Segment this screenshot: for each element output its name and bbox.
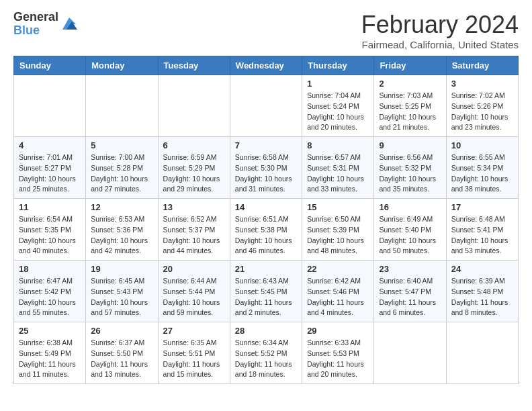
day-info: Sunrise: 6:52 AMSunset: 5:37 PMDaylight:… <box>163 214 225 257</box>
calendar-cell: 8Sunrise: 6:57 AMSunset: 5:31 PMDaylight… <box>302 137 374 199</box>
day-info: Sunrise: 6:45 AMSunset: 5:43 PMDaylight:… <box>91 276 152 318</box>
day-info: Sunrise: 6:51 AMSunset: 5:38 PMDaylight:… <box>235 214 297 257</box>
calendar-cell: 29Sunrise: 6:33 AMSunset: 5:53 PMDayligh… <box>302 322 374 384</box>
calendar-week-row: 18Sunrise: 6:47 AMSunset: 5:42 PMDayligh… <box>14 261 519 322</box>
calendar-week-row: 11Sunrise: 6:54 AMSunset: 5:35 PMDayligh… <box>14 199 519 261</box>
calendar-cell: 1Sunrise: 7:04 AMSunset: 5:24 PMDaylight… <box>302 75 374 137</box>
day-info: Sunrise: 6:56 AMSunset: 5:32 PMDaylight:… <box>379 152 441 195</box>
day-info: Sunrise: 6:43 AMSunset: 5:45 PMDaylight:… <box>235 276 297 318</box>
calendar-week-row: 1Sunrise: 7:04 AMSunset: 5:24 PMDaylight… <box>14 75 519 137</box>
day-info: Sunrise: 6:50 AMSunset: 5:39 PMDaylight:… <box>307 214 369 257</box>
day-number: 11 <box>19 202 81 212</box>
day-number: 9 <box>379 140 441 150</box>
calendar-cell: 28Sunrise: 6:34 AMSunset: 5:52 PMDayligh… <box>230 322 302 384</box>
day-number: 23 <box>379 264 441 274</box>
day-number: 1 <box>307 79 369 89</box>
day-info: Sunrise: 7:03 AMSunset: 5:25 PMDaylight:… <box>379 91 441 133</box>
day-info: Sunrise: 7:04 AMSunset: 5:24 PMDaylight:… <box>307 91 369 133</box>
day-info: Sunrise: 6:55 AMSunset: 5:34 PMDaylight:… <box>451 152 513 195</box>
calendar: SundayMondayTuesdayWednesdayThursdayFrid… <box>13 56 519 384</box>
day-info: Sunrise: 6:39 AMSunset: 5:48 PMDaylight:… <box>451 276 513 318</box>
day-number: 5 <box>91 140 152 150</box>
day-number: 28 <box>235 326 297 336</box>
calendar-week-row: 4Sunrise: 7:01 AMSunset: 5:27 PMDaylight… <box>14 137 519 199</box>
day-number: 3 <box>451 79 513 89</box>
day-number: 20 <box>163 264 225 274</box>
calendar-cell: 4Sunrise: 7:01 AMSunset: 5:27 PMDaylight… <box>14 137 86 199</box>
weekday-header: Sunday <box>14 56 86 75</box>
header: General Blue February 2024 Fairmead, Cal… <box>13 11 519 50</box>
calendar-header-row: SundayMondayTuesdayWednesdayThursdayFrid… <box>14 56 519 75</box>
day-number: 8 <box>307 140 369 150</box>
day-info: Sunrise: 6:48 AMSunset: 5:41 PMDaylight:… <box>451 214 513 257</box>
location-title: Fairmead, California, United States <box>361 39 519 50</box>
calendar-cell: 23Sunrise: 6:40 AMSunset: 5:47 PMDayligh… <box>374 261 446 322</box>
calendar-cell <box>86 75 158 137</box>
day-number: 27 <box>163 326 225 336</box>
day-info: Sunrise: 7:00 AMSunset: 5:28 PMDaylight:… <box>91 152 152 195</box>
calendar-cell: 14Sunrise: 6:51 AMSunset: 5:38 PMDayligh… <box>230 199 302 261</box>
day-info: Sunrise: 6:40 AMSunset: 5:47 PMDaylight:… <box>379 276 441 318</box>
day-number: 19 <box>91 264 152 274</box>
calendar-cell: 26Sunrise: 6:37 AMSunset: 5:50 PMDayligh… <box>86 322 158 384</box>
calendar-cell: 10Sunrise: 6:55 AMSunset: 5:34 PMDayligh… <box>446 137 518 199</box>
calendar-cell: 3Sunrise: 7:02 AMSunset: 5:26 PMDaylight… <box>446 75 518 137</box>
day-number: 13 <box>163 202 225 212</box>
day-info: Sunrise: 6:37 AMSunset: 5:50 PMDaylight:… <box>91 338 152 380</box>
logo-icon <box>60 15 79 34</box>
calendar-cell: 12Sunrise: 6:53 AMSunset: 5:36 PMDayligh… <box>86 199 158 261</box>
calendar-cell: 2Sunrise: 7:03 AMSunset: 5:25 PMDaylight… <box>374 75 446 137</box>
day-info: Sunrise: 6:59 AMSunset: 5:29 PMDaylight:… <box>163 152 225 195</box>
weekday-header: Friday <box>374 56 446 75</box>
day-number: 24 <box>451 264 513 274</box>
day-number: 14 <box>235 202 297 212</box>
calendar-cell: 13Sunrise: 6:52 AMSunset: 5:37 PMDayligh… <box>158 199 230 261</box>
calendar-cell: 19Sunrise: 6:45 AMSunset: 5:43 PMDayligh… <box>86 261 158 322</box>
calendar-cell: 6Sunrise: 6:59 AMSunset: 5:29 PMDaylight… <box>158 137 230 199</box>
day-info: Sunrise: 6:58 AMSunset: 5:30 PMDaylight:… <box>235 152 297 195</box>
day-number: 12 <box>91 202 152 212</box>
day-number: 26 <box>91 326 152 336</box>
calendar-cell <box>446 322 518 384</box>
weekday-header: Thursday <box>302 56 374 75</box>
day-info: Sunrise: 6:34 AMSunset: 5:52 PMDaylight:… <box>235 338 297 380</box>
calendar-cell: 18Sunrise: 6:47 AMSunset: 5:42 PMDayligh… <box>14 261 86 322</box>
weekday-header: Wednesday <box>230 56 302 75</box>
day-number: 2 <box>379 79 441 89</box>
calendar-cell <box>374 322 446 384</box>
day-info: Sunrise: 7:01 AMSunset: 5:27 PMDaylight:… <box>19 152 81 195</box>
calendar-cell: 17Sunrise: 6:48 AMSunset: 5:41 PMDayligh… <box>446 199 518 261</box>
day-number: 7 <box>235 140 297 150</box>
day-number: 10 <box>451 140 513 150</box>
day-number: 16 <box>379 202 441 212</box>
calendar-cell <box>158 75 230 137</box>
day-info: Sunrise: 7:02 AMSunset: 5:26 PMDaylight:… <box>451 91 513 133</box>
day-number: 21 <box>235 264 297 274</box>
day-info: Sunrise: 6:49 AMSunset: 5:40 PMDaylight:… <box>379 214 441 257</box>
day-number: 15 <box>307 202 369 212</box>
logo: General Blue <box>13 11 79 38</box>
day-info: Sunrise: 6:35 AMSunset: 5:51 PMDaylight:… <box>163 338 225 380</box>
day-info: Sunrise: 6:38 AMSunset: 5:49 PMDaylight:… <box>19 338 81 380</box>
day-number: 17 <box>451 202 513 212</box>
day-number: 25 <box>19 326 81 336</box>
calendar-cell: 20Sunrise: 6:44 AMSunset: 5:44 PMDayligh… <box>158 261 230 322</box>
calendar-cell: 25Sunrise: 6:38 AMSunset: 5:49 PMDayligh… <box>14 322 86 384</box>
calendar-cell: 27Sunrise: 6:35 AMSunset: 5:51 PMDayligh… <box>158 322 230 384</box>
weekday-header: Tuesday <box>158 56 230 75</box>
calendar-cell: 5Sunrise: 7:00 AMSunset: 5:28 PMDaylight… <box>86 137 158 199</box>
day-number: 4 <box>19 140 81 150</box>
weekday-header: Saturday <box>446 56 518 75</box>
day-number: 6 <box>163 140 225 150</box>
calendar-week-row: 25Sunrise: 6:38 AMSunset: 5:49 PMDayligh… <box>14 322 519 384</box>
weekday-header: Monday <box>86 56 158 75</box>
calendar-cell: 16Sunrise: 6:49 AMSunset: 5:40 PMDayligh… <box>374 199 446 261</box>
day-info: Sunrise: 6:33 AMSunset: 5:53 PMDaylight:… <box>307 338 369 380</box>
day-info: Sunrise: 6:57 AMSunset: 5:31 PMDaylight:… <box>307 152 369 195</box>
day-info: Sunrise: 6:53 AMSunset: 5:36 PMDaylight:… <box>91 214 152 257</box>
logo-general: General <box>13 11 58 24</box>
day-info: Sunrise: 6:44 AMSunset: 5:44 PMDaylight:… <box>163 276 225 318</box>
calendar-cell: 7Sunrise: 6:58 AMSunset: 5:30 PMDaylight… <box>230 137 302 199</box>
calendar-cell: 21Sunrise: 6:43 AMSunset: 5:45 PMDayligh… <box>230 261 302 322</box>
day-number: 29 <box>307 326 369 336</box>
